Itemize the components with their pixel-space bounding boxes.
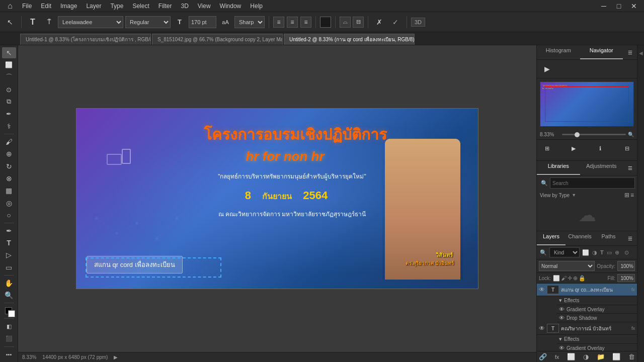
tab-1[interactable]: Untitled-1 @ 8.33% (โครงการอบรมเชิงปฏิบั… — [20, 34, 151, 45]
dodge-icon[interactable]: ○ — [2, 210, 16, 221]
confirm-button[interactable]: ✓ — [388, 15, 403, 29]
drop-shadow-1-eye[interactable]: 👁 — [559, 315, 565, 321]
layer-1-fx[interactable]: fx — [631, 287, 635, 292]
adjustment-layer-icon[interactable]: ◑ — [583, 353, 589, 360]
close-button[interactable]: ✕ — [627, 0, 641, 13]
new-group-icon[interactable]: 📁 — [597, 353, 605, 360]
brush-icon[interactable]: 🖌 — [2, 136, 16, 147]
add-style-icon[interactable]: fx — [555, 354, 559, 360]
warp-text-button[interactable]: ⌓ — [340, 17, 351, 28]
clone-stamp-icon[interactable]: ⊕ — [2, 148, 16, 159]
menu-file[interactable]: File — [18, 2, 36, 11]
panel-icon-2[interactable]: ▶ — [567, 141, 581, 155]
navigator-slider[interactable] — [562, 134, 626, 135]
layer-1-visibility[interactable]: 👁 — [539, 286, 545, 293]
panel-icon-4[interactable]: ⊟ — [620, 141, 634, 155]
grid-view-icon[interactable]: ⊞ — [624, 192, 629, 199]
tab-layers[interactable]: Layers — [537, 231, 566, 245]
menu-image[interactable]: Image — [56, 2, 81, 11]
blend-mode-select[interactable]: Normal — [539, 261, 595, 271]
blur-icon[interactable]: ◎ — [2, 197, 16, 208]
navigator-slider-thumb[interactable] — [575, 132, 580, 137]
status-arrow[interactable]: ▶ — [114, 354, 118, 360]
menu-edit[interactable]: Edit — [37, 2, 55, 11]
font-style-select[interactable]: Regular — [125, 16, 171, 28]
panel-collapse-arrow[interactable]: ◀ — [639, 50, 643, 56]
filter-adjust-icon[interactable]: ◑ — [591, 249, 598, 256]
menu-3d[interactable]: 3D — [177, 2, 192, 11]
font-family-select[interactable]: Leelawadee — [58, 16, 123, 28]
tab-histogram[interactable]: Histogram — [537, 45, 580, 59]
pen-icon[interactable]: ✒ — [2, 225, 16, 236]
menu-select[interactable]: Select — [128, 2, 153, 11]
3d-button[interactable]: 3D — [411, 18, 425, 27]
filter-shape-icon[interactable]: ▭ — [606, 249, 613, 256]
menu-view[interactable]: View — [194, 2, 215, 11]
menu-layer[interactable]: Layer — [82, 2, 105, 11]
add-mask-icon[interactable]: ⬜ — [567, 353, 575, 360]
foreground-bg-icon[interactable] — [2, 305, 16, 316]
effects-2-expand[interactable]: ▾ — [559, 336, 562, 342]
tab-2[interactable]: S_8151042.jpg @ 66.7% (Background copy 2… — [152, 34, 283, 45]
tab-channels[interactable]: Channels — [566, 231, 594, 245]
delete-layer-icon[interactable]: 🗑 — [628, 353, 635, 360]
menu-help[interactable]: Help — [246, 2, 267, 11]
minimize-button[interactable]: ─ — [597, 0, 611, 13]
eyedropper-icon[interactable]: ✒ — [2, 108, 16, 119]
filter-type-icon[interactable]: T — [599, 249, 605, 256]
crop-tool-icon[interactable]: ⧉ — [2, 96, 16, 107]
layer-2-fx[interactable]: fx — [631, 326, 635, 331]
cancel-button[interactable]: ✗ — [372, 15, 386, 29]
filter-smart-icon[interactable]: ⊕ — [614, 249, 620, 256]
type-tool[interactable]: T — [2, 237, 16, 248]
quick-mask-icon[interactable]: ◧ — [2, 321, 16, 332]
path-select-icon[interactable]: ▷ — [2, 249, 16, 260]
new-layer-icon[interactable]: ⬜ — [612, 353, 620, 360]
align-left-button[interactable]: ≡ — [273, 17, 284, 28]
type-tool-icon[interactable]: T — [26, 15, 40, 29]
layer-1-drop-shadow[interactable]: 👁 Drop Shadow — [557, 314, 637, 322]
lock-all-icon[interactable]: 🔒 — [579, 275, 586, 282]
view-by-type-chevron[interactable]: ▼ — [572, 193, 576, 198]
antialiasing-select[interactable]: Sharp — [234, 16, 265, 28]
lock-artboard-icon[interactable]: ⊕ — [573, 275, 578, 282]
zoom-icon[interactable]: 🔍 — [2, 290, 16, 301]
lib-menu-icon[interactable]: ☰ — [623, 161, 637, 175]
layer-2-visibility[interactable]: 👁 — [539, 325, 545, 332]
heal-icon[interactable]: ⚕ — [2, 121, 16, 132]
gradient-overlay-2-eye[interactable]: 👁 — [559, 345, 565, 351]
align-right-button[interactable]: ≡ — [300, 17, 311, 28]
eraser-icon[interactable]: ⊗ — [2, 173, 16, 184]
filter-pixel-icon[interactable]: ⬜ — [581, 249, 590, 256]
lock-transparency-icon[interactable]: ⬜ — [553, 275, 560, 282]
layers-menu-icon[interactable]: ☰ — [623, 231, 637, 245]
panel-icon-3[interactable]: ℹ — [593, 141, 607, 155]
layers-kind-select[interactable]: Kind — [549, 247, 580, 257]
canvas-scroll[interactable]: โครงการอบรมเชิงปฏิบัติการ hr for non hr … — [18, 45, 536, 352]
hand-icon[interactable]: ✋ — [2, 278, 16, 289]
lock-position-icon[interactable]: ✛ — [568, 275, 572, 282]
nav-play-button[interactable]: ▶ — [540, 62, 554, 76]
move-tool-icon[interactable]: ↖ — [2, 47, 16, 58]
nav-menu-icon[interactable]: ☰ — [623, 45, 637, 59]
maximize-button[interactable]: □ — [612, 0, 626, 13]
history-brush-icon[interactable]: ↻ — [2, 160, 16, 171]
quick-select-icon[interactable]: ⊙ — [2, 84, 16, 95]
layer-item-1[interactable]: 👁 T สแกน qr co...ลงทะเบียน fx — [537, 284, 637, 296]
effects-1-expand[interactable]: ▾ — [559, 297, 562, 304]
text-color-swatch[interactable] — [320, 17, 331, 28]
more-tools-icon[interactable]: ••• — [2, 349, 16, 360]
panel-icon-1[interactable]: ⊞ — [540, 141, 554, 155]
link-layers-icon[interactable]: 🔗 — [539, 353, 547, 360]
marquee-tool-icon[interactable]: ⬜ — [2, 59, 16, 70]
layer-item-2[interactable]: 👁 T คณริษาการณ์ บัวอินทร์ fx — [537, 322, 637, 335]
screen-mode-icon[interactable]: ⬛ — [2, 333, 16, 344]
list-view-icon[interactable]: ≡ — [630, 192, 634, 199]
gradient-icon[interactable]: ▦ — [2, 185, 16, 196]
menu-window[interactable]: Window — [216, 2, 246, 11]
move-tool[interactable]: ↖ — [3, 15, 17, 29]
font-size-input[interactable] — [189, 16, 216, 28]
lock-image-icon[interactable]: 🖌 — [561, 275, 567, 282]
tab-libraries[interactable]: Libraries — [537, 161, 580, 175]
menu-filter[interactable]: Filter — [154, 2, 176, 11]
